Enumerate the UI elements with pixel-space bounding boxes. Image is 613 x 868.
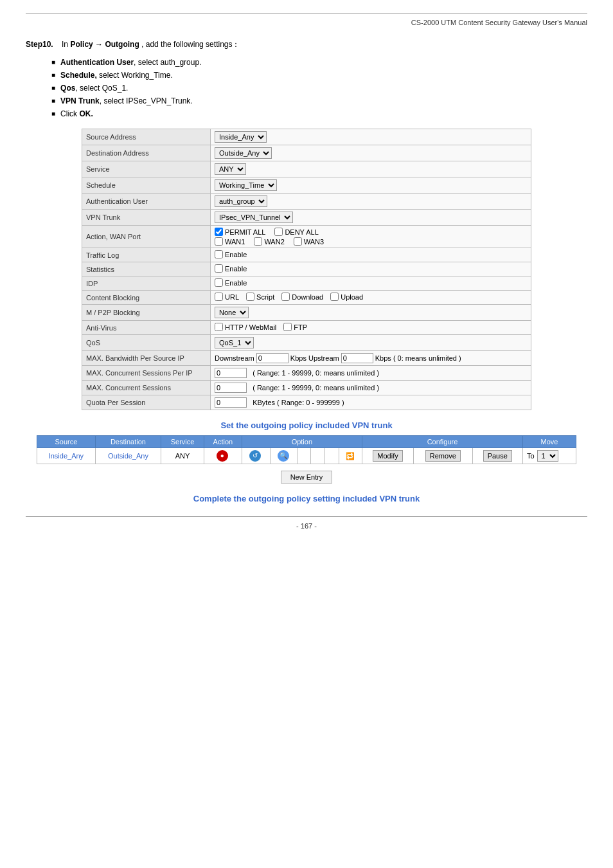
row-destination-address: Destination Address Outside_Any bbox=[82, 145, 531, 161]
value-bw-source: Downstream Kbps Upstream Kbps ( 0: means… bbox=[211, 351, 531, 366]
value-auth-user: auth_group bbox=[211, 194, 531, 210]
opt1-icon: ↺ bbox=[249, 450, 261, 462]
row-bw-source: MAX. Bandwidth Per Source IP Downstream … bbox=[82, 351, 531, 366]
row-action-wan: Action, WAN Port PERMIT ALL DENY ALL WAN… bbox=[82, 226, 531, 248]
bullet-auth: Authentication User, select auth_group. bbox=[51, 58, 587, 67]
label-auth-user: Authentication User bbox=[82, 194, 211, 210]
input-concurrent-sessions[interactable] bbox=[215, 383, 247, 393]
section2-title: Complete the outgoing policy setting inc… bbox=[26, 494, 587, 503]
statistics-check[interactable]: Enable bbox=[215, 264, 247, 273]
select-source-address[interactable]: Inside_Any bbox=[215, 131, 267, 143]
th-source: Source bbox=[37, 436, 96, 448]
step-label: Step10. bbox=[26, 40, 53, 49]
label-schedule: Schedule bbox=[82, 177, 211, 194]
select-destination-address[interactable]: Outside_Any bbox=[215, 147, 272, 159]
cell-source: Inside_Any bbox=[37, 448, 96, 464]
value-destination-address: Outside_Any bbox=[211, 145, 531, 161]
permit-all-check[interactable]: PERMIT ALL bbox=[215, 228, 265, 236]
policy-form-table: Source Address Inside_Any Destination Ad… bbox=[82, 129, 531, 410]
label-p2p-blocking: M / P2P Blocking bbox=[82, 305, 211, 321]
opt2-icon: 🔍 bbox=[278, 450, 289, 462]
cb-script-check[interactable]: Script bbox=[246, 293, 274, 301]
cell-pause: Pause bbox=[472, 448, 522, 464]
th-configure: Configure bbox=[362, 436, 523, 448]
value-concurrent-sessions: ( Range: 1 - 99999, 0: means unlimited ) bbox=[211, 381, 531, 395]
select-to[interactable]: 1 bbox=[537, 450, 558, 462]
step-text: In Policy → Outgoing , add the following… bbox=[62, 40, 240, 49]
deny-all-check[interactable]: DENY ALL bbox=[274, 228, 318, 236]
value-quota-session: KBytes ( Range: 0 - 999999 ) bbox=[211, 395, 531, 410]
value-content-blocking: URL Script Download Upload bbox=[211, 291, 531, 305]
row-quota-session: Quota Per Session KBytes ( Range: 0 - 99… bbox=[82, 395, 531, 410]
label-qos: QoS bbox=[82, 335, 211, 351]
label-statistics: Statistics bbox=[82, 262, 211, 276]
traffic-log-check[interactable]: Enable bbox=[215, 250, 247, 258]
label-concurrent-per-ip: MAX. Concurrent Sessions Per IP bbox=[82, 366, 211, 381]
wan1-check[interactable]: WAN1 bbox=[215, 237, 245, 246]
bullet-schedule: Schedule, select Working_Time. bbox=[51, 71, 587, 80]
select-p2p-blocking[interactable]: None bbox=[215, 307, 249, 318]
bullet-list: Authentication User, select auth_group. … bbox=[51, 58, 587, 118]
row-concurrent-sessions: MAX. Concurrent Sessions ( Range: 1 - 99… bbox=[82, 381, 531, 395]
cb-url-check[interactable]: URL bbox=[215, 293, 239, 301]
row-content-blocking: Content Blocking URL Script Download Upl… bbox=[82, 291, 531, 305]
row-auth-user: Authentication User auth_group bbox=[82, 194, 531, 210]
value-traffic-log: Enable bbox=[211, 248, 531, 262]
action-icon: ● bbox=[217, 450, 228, 462]
cell-opt6: 🔁 bbox=[339, 448, 362, 464]
input-quota-session[interactable] bbox=[215, 397, 247, 408]
value-source-address: Inside_Any bbox=[211, 129, 531, 145]
cell-destination: Outside_Any bbox=[95, 448, 161, 464]
label-quota-session: Quota Per Session bbox=[82, 395, 211, 410]
input-concurrent-per-ip[interactable] bbox=[215, 368, 247, 378]
bullet-qos: Qos, select QoS_1. bbox=[51, 84, 587, 93]
select-schedule[interactable]: Working_Time bbox=[215, 179, 277, 191]
input-downstream[interactable] bbox=[256, 353, 289, 363]
value-service: ANY bbox=[211, 161, 531, 177]
to-label: To bbox=[527, 452, 535, 460]
cell-service: ANY bbox=[161, 448, 204, 464]
select-qos[interactable]: QoS_1 bbox=[215, 337, 254, 348]
row-traffic-log: Traffic Log Enable bbox=[82, 248, 531, 262]
section1-title: Set the outgoing policy included VPN tru… bbox=[26, 420, 587, 430]
th-destination: Destination bbox=[95, 436, 161, 448]
cell-opt2: 🔍 bbox=[271, 448, 298, 464]
select-vpn-trunk[interactable]: IPsec_VPN_Tunnel bbox=[215, 212, 293, 223]
cell-action: ● bbox=[204, 448, 242, 464]
th-service: Service bbox=[161, 436, 204, 448]
new-entry-button[interactable]: New Entry bbox=[281, 471, 333, 484]
pause-button[interactable]: Pause bbox=[483, 450, 512, 462]
page-header: CS-2000 UTM Content Security Gateway Use… bbox=[26, 13, 587, 26]
value-qos: QoS_1 bbox=[211, 335, 531, 351]
remove-button[interactable]: Remove bbox=[425, 450, 461, 462]
value-schedule: Working_Time bbox=[211, 177, 531, 194]
cell-opt1: ↺ bbox=[242, 448, 270, 464]
bullet-ok: Click OK. bbox=[51, 109, 587, 118]
wan3-check[interactable]: WAN3 bbox=[294, 237, 324, 246]
select-auth-user[interactable]: auth_group bbox=[215, 195, 267, 207]
policy-table-header-row: Source Destination Service Action Option… bbox=[37, 436, 576, 448]
cell-modify: Modify bbox=[362, 448, 414, 464]
av-http-check[interactable]: HTTP / WebMail bbox=[215, 323, 276, 331]
bullet-vpn: VPN Trunk, select IPSec_VPN_Trunk. bbox=[51, 96, 587, 105]
wan2-check[interactable]: WAN2 bbox=[254, 237, 284, 246]
modify-button[interactable]: Modify bbox=[373, 450, 402, 462]
cell-remove: Remove bbox=[414, 448, 473, 464]
row-statistics: Statistics Enable bbox=[82, 262, 531, 276]
label-bw-source: MAX. Bandwidth Per Source IP bbox=[82, 351, 211, 366]
value-action-wan: PERMIT ALL DENY ALL WAN1 WAN2 bbox=[211, 226, 531, 248]
value-p2p-blocking: None bbox=[211, 305, 531, 321]
page-footer: - 167 - bbox=[26, 516, 587, 530]
idp-check[interactable]: Enable bbox=[215, 278, 247, 287]
label-action-wan: Action, WAN Port bbox=[82, 226, 211, 248]
label-traffic-log: Traffic Log bbox=[82, 248, 211, 262]
th-action: Action bbox=[204, 436, 242, 448]
cb-upload-check[interactable]: Upload bbox=[330, 293, 363, 301]
th-move: Move bbox=[522, 436, 576, 448]
select-service[interactable]: ANY bbox=[215, 163, 246, 175]
cb-download-check[interactable]: Download bbox=[281, 293, 323, 301]
input-upstream[interactable] bbox=[341, 353, 373, 363]
th-option: Option bbox=[242, 436, 362, 448]
av-ftp-check[interactable]: FTP bbox=[283, 323, 307, 331]
value-concurrent-per-ip: ( Range: 1 - 99999, 0: means unlimited ) bbox=[211, 366, 531, 381]
